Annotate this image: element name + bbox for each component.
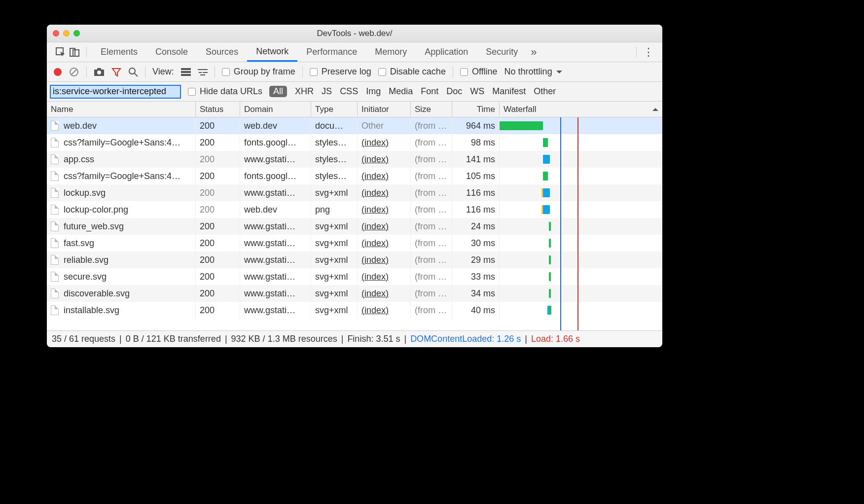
- table-row[interactable]: installable.svg200www.gstati…svg+xml(ind…: [47, 302, 662, 319]
- col-status[interactable]: Status: [196, 102, 240, 117]
- search-icon[interactable]: [128, 67, 138, 77]
- filter-type-all[interactable]: All: [269, 86, 287, 97]
- request-waterfall: [500, 268, 662, 285]
- filter-type-media[interactable]: Media: [389, 86, 413, 97]
- maximize-window-button[interactable]: [73, 30, 80, 36]
- filter-type-manifest[interactable]: Manifest: [492, 86, 526, 97]
- request-domain: www.gstati…: [240, 285, 311, 302]
- filter-type-font[interactable]: Font: [421, 86, 438, 97]
- table-row[interactable]: app.css200www.gstati…styles…(index)(from…: [47, 151, 662, 168]
- hide-data-urls-checkbox[interactable]: [188, 88, 196, 96]
- filter-icon[interactable]: [111, 67, 121, 77]
- close-window-button[interactable]: [53, 30, 59, 36]
- request-time: 40 ms: [452, 302, 500, 319]
- request-status: 200: [196, 134, 240, 151]
- request-status: 200: [196, 268, 240, 285]
- request-initiator[interactable]: (index): [358, 218, 411, 235]
- request-initiator[interactable]: (index): [358, 168, 411, 184]
- request-size: (from …: [411, 285, 452, 302]
- inspect-element-icon[interactable]: [54, 45, 68, 59]
- preserve-log-checkbox[interactable]: [310, 68, 318, 76]
- request-waterfall: [500, 201, 662, 218]
- record-button[interactable]: [54, 68, 62, 76]
- request-domain: www.gstati…: [240, 252, 311, 268]
- request-waterfall: [500, 117, 662, 134]
- offline-label: Offline: [472, 67, 498, 77]
- more-tabs-button[interactable]: »: [527, 45, 540, 59]
- overview-icon[interactable]: [198, 68, 208, 76]
- status-domcontentloaded: DOMContentLoaded: 1.26 s: [410, 334, 521, 344]
- table-row[interactable]: css?family=Google+Sans:4…200fonts.googl……: [47, 134, 662, 151]
- filter-type-doc[interactable]: Doc: [446, 86, 462, 97]
- col-time[interactable]: Time: [452, 102, 500, 117]
- request-domain: web.dev: [240, 117, 311, 134]
- table-row[interactable]: secure.svg200www.gstati…svg+xml(index)(f…: [47, 268, 662, 285]
- table-row[interactable]: lockup-color.png200web.devpng(index)(fro…: [47, 201, 662, 218]
- tab-security[interactable]: Security: [477, 42, 527, 62]
- throttling-select[interactable]: No throttling: [504, 67, 552, 77]
- divider: [636, 47, 637, 58]
- view-label: View:: [152, 67, 174, 77]
- table-row[interactable]: discoverable.svg200www.gstati…svg+xml(in…: [47, 285, 662, 302]
- filter-input[interactable]: is:service-worker-intercepted: [50, 85, 181, 99]
- request-type: styles…: [311, 168, 358, 184]
- request-name: css?family=Google+Sans:4…: [64, 171, 180, 181]
- table-row[interactable]: web.dev200web.devdocu…Other(from …964 ms: [47, 117, 662, 134]
- status-resources: 932 KB / 1.3 MB resources: [231, 334, 337, 344]
- filter-type-js[interactable]: JS: [322, 86, 332, 97]
- request-initiator[interactable]: (index): [358, 134, 411, 151]
- more-options-icon[interactable]: ⋮: [642, 45, 655, 59]
- table-row[interactable]: future_web.svg200www.gstati…svg+xml(inde…: [47, 218, 662, 235]
- clear-button[interactable]: [69, 67, 79, 77]
- table-header: Name Status Domain Type Initiator Size T…: [47, 102, 662, 117]
- request-initiator[interactable]: (index): [358, 151, 411, 168]
- table-row[interactable]: lockup.svg200www.gstati…svg+xml(index)(f…: [47, 184, 662, 201]
- device-toolbar-icon[interactable]: [68, 45, 81, 59]
- tab-console[interactable]: Console: [146, 42, 197, 62]
- tab-elements[interactable]: Elements: [92, 42, 146, 62]
- large-rows-icon[interactable]: [181, 68, 191, 76]
- request-initiator[interactable]: (index): [358, 235, 411, 252]
- panel-tabbar: ElementsConsoleSourcesNetworkPerformance…: [47, 42, 662, 62]
- tab-sources[interactable]: Sources: [197, 42, 247, 62]
- request-status: 200: [196, 117, 240, 134]
- capture-screenshots-icon[interactable]: [94, 68, 105, 76]
- tab-application[interactable]: Application: [416, 42, 477, 62]
- request-initiator: Other: [358, 117, 411, 134]
- request-initiator[interactable]: (index): [358, 201, 411, 218]
- offline-checkbox[interactable]: [460, 68, 468, 76]
- request-initiator[interactable]: (index): [358, 302, 411, 319]
- table-row[interactable]: reliable.svg200www.gstati…svg+xml(index)…: [47, 252, 662, 268]
- request-initiator[interactable]: (index): [358, 285, 411, 302]
- col-waterfall[interactable]: Waterfall: [500, 102, 662, 117]
- filter-type-img[interactable]: Img: [366, 86, 381, 97]
- tab-network[interactable]: Network: [247, 42, 297, 62]
- request-waterfall: [500, 134, 662, 151]
- filter-type-ws[interactable]: WS: [470, 86, 484, 97]
- status-finish: Finish: 3.51 s: [347, 334, 400, 344]
- request-size: (from …: [411, 168, 452, 184]
- request-status: 200: [196, 168, 240, 184]
- request-initiator[interactable]: (index): [358, 268, 411, 285]
- request-type: svg+xml: [311, 252, 358, 268]
- table-row[interactable]: fast.svg200www.gstati…svg+xml(index)(fro…: [47, 235, 662, 252]
- table-row[interactable]: css?family=Google+Sans:4…200fonts.googl……: [47, 168, 662, 184]
- col-size[interactable]: Size: [411, 102, 452, 117]
- tab-performance[interactable]: Performance: [297, 42, 366, 62]
- request-time: 33 ms: [452, 268, 500, 285]
- request-initiator[interactable]: (index): [358, 252, 411, 268]
- filter-type-xhr[interactable]: XHR: [295, 86, 314, 97]
- minimize-window-button[interactable]: [63, 30, 70, 36]
- col-name[interactable]: Name: [47, 102, 196, 117]
- disable-cache-checkbox[interactable]: [378, 68, 386, 76]
- col-domain[interactable]: Domain: [240, 102, 311, 117]
- svg-rect-14: [199, 72, 202, 73]
- filter-type-other[interactable]: Other: [534, 86, 556, 97]
- tab-memory[interactable]: Memory: [366, 42, 416, 62]
- filter-type-css[interactable]: CSS: [340, 86, 358, 97]
- col-type[interactable]: Type: [311, 102, 358, 117]
- request-waterfall: [500, 302, 662, 319]
- col-initiator[interactable]: Initiator: [358, 102, 411, 117]
- group-by-frame-checkbox[interactable]: [222, 68, 230, 76]
- request-initiator[interactable]: (index): [358, 184, 411, 201]
